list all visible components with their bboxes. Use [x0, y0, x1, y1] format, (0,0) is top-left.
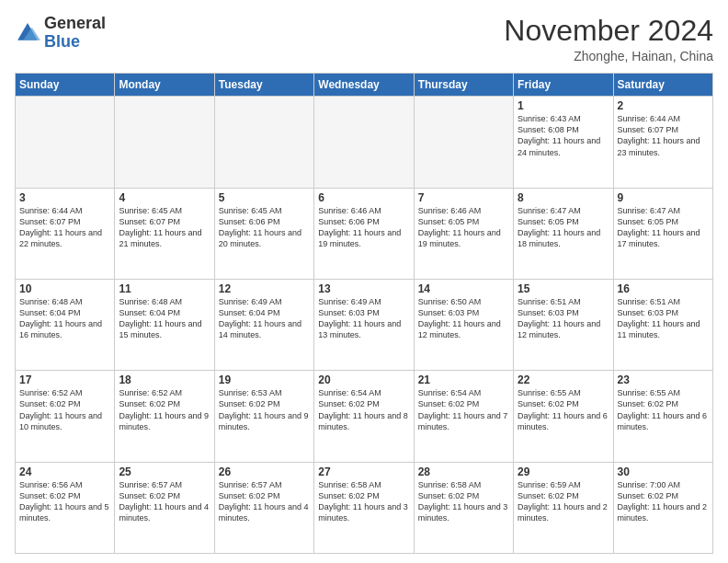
- calendar-cell: 28Sunrise: 6:58 AMSunset: 6:02 PMDayligh…: [414, 462, 513, 553]
- calendar-cell: 4Sunrise: 6:45 AMSunset: 6:07 PMDaylight…: [115, 188, 214, 279]
- calendar-cell: [115, 97, 214, 188]
- calendar: Sunday Monday Tuesday Wednesday Thursday…: [15, 73, 713, 554]
- day-info: Sunrise: 6:50 AMSunset: 6:03 PMDaylight:…: [418, 296, 509, 341]
- day-info: Sunrise: 6:57 AMSunset: 6:02 PMDaylight:…: [119, 479, 210, 524]
- day-number: 24: [19, 465, 110, 478]
- day-number: 29: [518, 465, 609, 478]
- day-number: 9: [618, 191, 709, 204]
- day-info: Sunrise: 6:48 AMSunset: 6:04 PMDaylight:…: [119, 296, 210, 341]
- day-number: 20: [318, 373, 409, 386]
- calendar-cell: 21Sunrise: 6:54 AMSunset: 6:02 PMDayligh…: [414, 371, 513, 462]
- calendar-cell: 20Sunrise: 6:54 AMSunset: 6:02 PMDayligh…: [314, 371, 414, 462]
- calendar-cell: 25Sunrise: 6:57 AMSunset: 6:02 PMDayligh…: [115, 462, 214, 553]
- day-info: Sunrise: 6:46 AMSunset: 6:05 PMDaylight:…: [418, 205, 509, 250]
- day-info: Sunrise: 6:55 AMSunset: 6:02 PMDaylight:…: [618, 387, 709, 432]
- calendar-cell: 18Sunrise: 6:52 AMSunset: 6:02 PMDayligh…: [115, 371, 214, 462]
- day-number: 13: [318, 282, 409, 295]
- day-info: Sunrise: 6:49 AMSunset: 6:03 PMDaylight:…: [318, 296, 409, 341]
- day-number: 18: [119, 373, 210, 386]
- calendar-cell: 15Sunrise: 6:51 AMSunset: 6:03 PMDayligh…: [514, 279, 613, 370]
- day-info: Sunrise: 6:47 AMSunset: 6:05 PMDaylight:…: [518, 205, 609, 250]
- day-number: 14: [418, 282, 509, 295]
- day-info: Sunrise: 6:45 AMSunset: 6:06 PMDaylight:…: [219, 205, 310, 250]
- day-number: 5: [219, 191, 310, 204]
- day-info: Sunrise: 7:00 AMSunset: 6:02 PMDaylight:…: [618, 479, 709, 524]
- day-number: 4: [119, 191, 210, 204]
- day-number: 17: [19, 373, 110, 386]
- calendar-cell: 22Sunrise: 6:55 AMSunset: 6:02 PMDayligh…: [514, 371, 613, 462]
- calendar-cell: 3Sunrise: 6:44 AMSunset: 6:07 PMDaylight…: [16, 188, 115, 279]
- page-header: General Blue November 2024 Zhonghe, Hain…: [15, 15, 713, 63]
- calendar-cell: 8Sunrise: 6:47 AMSunset: 6:05 PMDaylight…: [514, 188, 613, 279]
- calendar-week-2: 10Sunrise: 6:48 AMSunset: 6:04 PMDayligh…: [16, 279, 713, 370]
- day-info: Sunrise: 6:54 AMSunset: 6:02 PMDaylight:…: [418, 387, 509, 432]
- day-number: 10: [19, 282, 110, 295]
- calendar-cell: 1Sunrise: 6:43 AMSunset: 6:08 PMDaylight…: [514, 97, 613, 188]
- col-monday: Monday: [115, 74, 214, 97]
- day-info: Sunrise: 6:59 AMSunset: 6:02 PMDaylight:…: [518, 479, 609, 524]
- col-tuesday: Tuesday: [214, 74, 313, 97]
- calendar-cell: 14Sunrise: 6:50 AMSunset: 6:03 PMDayligh…: [414, 279, 513, 370]
- calendar-cell: 5Sunrise: 6:45 AMSunset: 6:06 PMDaylight…: [214, 188, 313, 279]
- calendar-cell: [414, 97, 513, 188]
- day-number: 2: [618, 99, 709, 112]
- day-number: 7: [418, 191, 509, 204]
- calendar-cell: 26Sunrise: 6:57 AMSunset: 6:02 PMDayligh…: [214, 462, 313, 553]
- day-info: Sunrise: 6:43 AMSunset: 6:08 PMDaylight:…: [518, 113, 609, 158]
- col-saturday: Saturday: [613, 74, 712, 97]
- calendar-cell: 17Sunrise: 6:52 AMSunset: 6:02 PMDayligh…: [16, 371, 115, 462]
- calendar-cell: 29Sunrise: 6:59 AMSunset: 6:02 PMDayligh…: [514, 462, 613, 553]
- day-info: Sunrise: 6:53 AMSunset: 6:02 PMDaylight:…: [219, 387, 310, 432]
- calendar-cell: 24Sunrise: 6:56 AMSunset: 6:02 PMDayligh…: [16, 462, 115, 553]
- calendar-week-1: 3Sunrise: 6:44 AMSunset: 6:07 PMDaylight…: [16, 188, 713, 279]
- calendar-cell: 13Sunrise: 6:49 AMSunset: 6:03 PMDayligh…: [314, 279, 414, 370]
- day-number: 19: [219, 373, 310, 386]
- day-info: Sunrise: 6:58 AMSunset: 6:02 PMDaylight:…: [318, 479, 409, 524]
- day-info: Sunrise: 6:48 AMSunset: 6:04 PMDaylight:…: [19, 296, 110, 341]
- day-info: Sunrise: 6:51 AMSunset: 6:03 PMDaylight:…: [618, 296, 709, 341]
- day-number: 21: [418, 373, 509, 386]
- day-info: Sunrise: 6:57 AMSunset: 6:02 PMDaylight:…: [219, 479, 310, 524]
- day-info: Sunrise: 6:58 AMSunset: 6:02 PMDaylight:…: [418, 479, 509, 524]
- day-number: 1: [518, 99, 609, 112]
- day-number: 25: [119, 465, 210, 478]
- calendar-cell: 10Sunrise: 6:48 AMSunset: 6:04 PMDayligh…: [16, 279, 115, 370]
- logo-blue-text: Blue: [44, 32, 80, 51]
- day-number: 15: [518, 282, 609, 295]
- day-number: 3: [19, 191, 110, 204]
- col-friday: Friday: [514, 74, 613, 97]
- day-info: Sunrise: 6:52 AMSunset: 6:02 PMDaylight:…: [119, 387, 210, 432]
- calendar-cell: 30Sunrise: 7:00 AMSunset: 6:02 PMDayligh…: [613, 462, 712, 553]
- day-number: 8: [518, 191, 609, 204]
- calendar-cell: [16, 97, 115, 188]
- col-wednesday: Wednesday: [314, 74, 414, 97]
- calendar-cell: 27Sunrise: 6:58 AMSunset: 6:02 PMDayligh…: [314, 462, 414, 553]
- col-thursday: Thursday: [414, 74, 513, 97]
- calendar-header-row: Sunday Monday Tuesday Wednesday Thursday…: [16, 74, 713, 97]
- logo-icon: [15, 20, 40, 46]
- calendar-week-3: 17Sunrise: 6:52 AMSunset: 6:02 PMDayligh…: [16, 371, 713, 462]
- day-number: 6: [318, 191, 409, 204]
- calendar-cell: [314, 97, 414, 188]
- day-number: 30: [618, 465, 709, 478]
- day-info: Sunrise: 6:52 AMSunset: 6:02 PMDaylight:…: [19, 387, 110, 432]
- calendar-cell: 19Sunrise: 6:53 AMSunset: 6:02 PMDayligh…: [214, 371, 313, 462]
- day-info: Sunrise: 6:44 AMSunset: 6:07 PMDaylight:…: [618, 113, 709, 158]
- calendar-cell: [214, 97, 313, 188]
- day-number: 16: [618, 282, 709, 295]
- day-info: Sunrise: 6:49 AMSunset: 6:04 PMDaylight:…: [219, 296, 310, 341]
- calendar-cell: 12Sunrise: 6:49 AMSunset: 6:04 PMDayligh…: [214, 279, 313, 370]
- day-info: Sunrise: 6:47 AMSunset: 6:05 PMDaylight:…: [618, 205, 709, 250]
- calendar-cell: 23Sunrise: 6:55 AMSunset: 6:02 PMDayligh…: [613, 371, 712, 462]
- col-sunday: Sunday: [16, 74, 115, 97]
- day-number: 27: [318, 465, 409, 478]
- day-number: 28: [418, 465, 509, 478]
- day-info: Sunrise: 6:46 AMSunset: 6:06 PMDaylight:…: [318, 205, 409, 250]
- calendar-week-0: 1Sunrise: 6:43 AMSunset: 6:08 PMDaylight…: [16, 97, 713, 188]
- calendar-cell: 11Sunrise: 6:48 AMSunset: 6:04 PMDayligh…: [115, 279, 214, 370]
- logo: General Blue: [15, 15, 106, 52]
- calendar-cell: 9Sunrise: 6:47 AMSunset: 6:05 PMDaylight…: [613, 188, 712, 279]
- day-number: 11: [119, 282, 210, 295]
- calendar-cell: 2Sunrise: 6:44 AMSunset: 6:07 PMDaylight…: [613, 97, 712, 188]
- day-number: 26: [219, 465, 310, 478]
